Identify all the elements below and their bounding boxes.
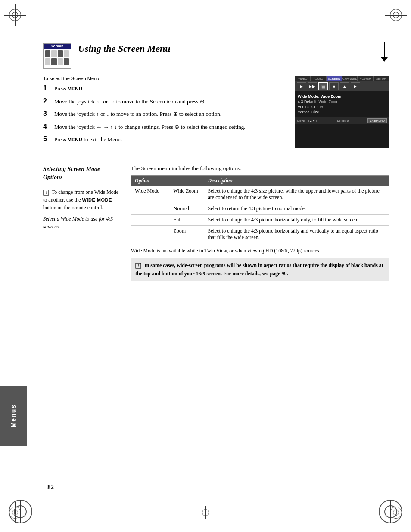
bottom-center-ch	[199, 506, 212, 519]
caution-icon: i	[135, 263, 141, 269]
preview-tab-screen: SCREEN	[327, 76, 342, 81]
grid-cell-4	[64, 50, 69, 57]
row1-option: Wide Mode	[131, 186, 170, 203]
grid-cell-6	[51, 58, 56, 65]
grid-cell-7	[58, 58, 63, 65]
row4-option	[131, 225, 170, 243]
selecting-note: i To change from one Wide Mode to anothe…	[43, 188, 121, 212]
preview-tabs: VIDEO AUDIO SCREEN CHANNEL POWER SETUP	[295, 76, 389, 81]
preview-menu-item-1: Wide Mode: Wide Zoom	[298, 94, 386, 99]
row3-desc: Select to enlarge the 4:3 picture horizo…	[205, 214, 389, 225]
to-select-label: To select the Screen Menu	[43, 76, 286, 81]
page-number: 82	[47, 484, 54, 491]
preview-icon-sym-2: ▶▶	[309, 84, 316, 89]
preview-tab-setup: SETUP	[374, 76, 389, 81]
step-4-text: Move the joystick ← → ↑ ↓ to change sett…	[54, 123, 246, 131]
preview-icon-sym-6: ▶	[354, 84, 357, 89]
row2-option	[131, 203, 170, 214]
preview-footer: Move: ◄▲▼► Select:⊕ End:MENU	[295, 117, 389, 124]
step-1-text: Press MENU.	[54, 84, 84, 93]
grid-cell-8	[64, 58, 69, 65]
preview-menu-list: Wide Mode: Wide Zoom 4:3 Default: Wide Z…	[295, 91, 389, 117]
selecting-italic-text: Select a Wide Mode to use for 4:3 source…	[43, 216, 113, 230]
caution-box: i In some cases, wide-screen programs wi…	[131, 258, 389, 281]
table-head: Option Description	[131, 175, 389, 186]
row4-suboption: Zoom	[170, 225, 205, 243]
selecting-section: Selecting Screen Mode Options i To chang…	[43, 165, 389, 281]
col-header-option: Option	[131, 175, 170, 186]
step-2: 2 Move the joystick ← or → to move to th…	[43, 97, 286, 106]
menus-tab-label: Menus	[10, 404, 17, 427]
screen-preview: VIDEO AUDIO SCREEN CHANNEL POWER SETUP ▶…	[295, 76, 389, 148]
note-icon: i	[43, 190, 49, 196]
step-1: 1 Press MENU.	[43, 84, 286, 93]
preview-icon-3-selected: ▤	[318, 82, 328, 90]
screen-icon-box: Screen	[43, 43, 71, 69]
step-4-number: 4	[43, 123, 51, 131]
preview-icon-sym-5: ▲	[342, 84, 347, 89]
preview-icon-sym-3: ▤	[321, 84, 325, 89]
row2-suboption: Normal	[170, 203, 205, 214]
br-ch-v	[390, 500, 391, 523]
grid-cell-2	[51, 50, 56, 57]
menus-sidebar-tab: Menus	[0, 386, 27, 446]
svg-text:i: i	[46, 190, 47, 195]
selecting-right-col: The Screen menu includes the following o…	[131, 165, 389, 281]
corner-decoration-tr	[381, 4, 407, 30]
grid-cell-3	[58, 50, 63, 57]
instruction-area: To select the Screen Menu 1 Press MENU. …	[43, 76, 389, 148]
options-table: Option Description Wide Mode Wide Zoom S…	[131, 175, 389, 243]
preview-menu-item-3: Vertical Center	[298, 104, 386, 109]
step-4: 4 Move the joystick ← → ↑ ↓ to change se…	[43, 123, 286, 131]
grid-cell-5	[45, 58, 50, 65]
step-3: 3 Move the joystick ↑ or ↓ to move to an…	[43, 110, 286, 118]
table-body: Wide Mode Wide Zoom Select to enlarge th…	[131, 186, 389, 243]
step-2-text: Move the joystick ← or → to move to the …	[54, 97, 206, 106]
row3-option	[131, 214, 170, 225]
screen-icon-label: Screen	[44, 44, 71, 49]
preview-tab-audio: AUDIO	[311, 76, 326, 81]
table-header-row: Option Description	[131, 175, 389, 186]
step-5-text: Press MENU to exit the Menu.	[54, 135, 122, 144]
table-row-3: Full Select to enlarge the 4:3 picture h…	[131, 214, 389, 225]
steps-column: To select the Screen Menu 1 Press MENU. …	[43, 76, 286, 148]
selecting-title-text: Selecting Screen Mode Options	[43, 166, 100, 181]
preview-icon-sym-1: ▶	[300, 84, 303, 89]
preview-menu-item-2: 4:3 Default: Wide Zoom	[298, 99, 386, 104]
table-row-2: Normal Select to return the 4:3 picture …	[131, 203, 389, 214]
row1-desc: Select to enlarge the 4:3 size picture, …	[205, 186, 389, 203]
preview-footer-select: Select:⊕	[337, 119, 349, 123]
preview-footer-move: Move: ◄▲▼►	[297, 119, 318, 122]
preview-icon-4: ■	[329, 82, 339, 90]
preview-tab-power: POWER	[358, 76, 373, 81]
step-5: 5 Press MENU to exit the Menu.	[43, 135, 286, 144]
selecting-italic-note: Select a Wide Mode to use for 4:3 source…	[43, 215, 121, 230]
preview-tab-channel: CHANNEL	[342, 76, 358, 81]
corner-decoration-tl	[4, 4, 30, 30]
preview-footer-end-btn: End:MENU	[367, 118, 387, 123]
preview-icon-row: ▶ ▶▶ ▤ ■ ▲ ▶	[295, 81, 389, 91]
row2-desc: Select to return the 4:3 picture to norm…	[205, 203, 389, 214]
step-3-text: Move the joystick ↑ or ↓ to move to an o…	[54, 110, 221, 118]
col-header-description: Description	[205, 175, 389, 186]
table-row-1: Wide Mode Wide Zoom Select to enlarge th…	[131, 186, 389, 203]
bl-ch-v	[20, 500, 21, 523]
row3-suboption: Full	[170, 214, 205, 225]
selecting-left-col: Selecting Screen Mode Options i To chang…	[43, 165, 121, 281]
caution-text: In some cases, wide-screen programs will…	[135, 262, 383, 277]
step-1-number: 1	[43, 84, 51, 92]
options-intro: The Screen menu includes the following o…	[131, 165, 389, 172]
main-content: Screen Using the Screen Menu To select t…	[43, 43, 389, 480]
section-title: Using the Screen Menu	[78, 43, 171, 54]
preview-icon-5: ▲	[340, 82, 349, 90]
preview-menu-item-4: Vertical Size	[298, 109, 386, 115]
row4-desc: Select to enlarge the 4:3 picture horizo…	[205, 225, 389, 243]
step-2-number: 2	[43, 97, 51, 105]
selecting-title: Selecting Screen Mode Options	[43, 165, 121, 184]
col-header-suboption	[170, 175, 205, 186]
preview-icon-sym-4: ■	[333, 84, 335, 89]
step-5-number: 5	[43, 135, 51, 143]
preview-icon-2: ▶▶	[308, 82, 317, 90]
grid-cell-1	[45, 50, 50, 57]
row1-suboption: Wide Zoom	[170, 186, 205, 203]
